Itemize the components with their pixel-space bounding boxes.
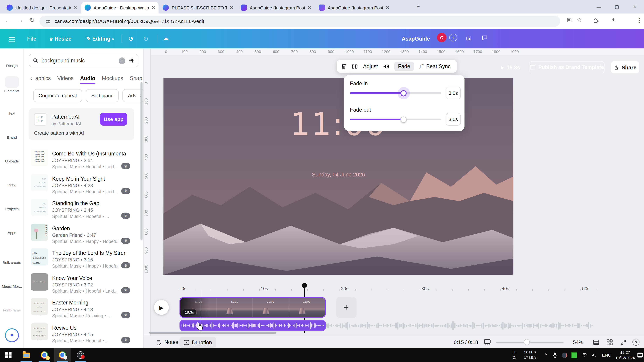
suggestion-chip[interactable]: Corporate upbeat [33, 89, 82, 102]
menu-icon[interactable] [8, 36, 15, 43]
reading-list-icon[interactable] [566, 17, 572, 23]
file-menu[interactable]: File [27, 36, 36, 42]
suggestion-chip[interactable]: Soft piano [86, 89, 119, 102]
forward-icon[interactable]: → [17, 16, 24, 23]
sidebar-item[interactable]: Design [0, 52, 24, 68]
start-button[interactable] [0, 348, 16, 362]
redo-icon[interactable]: ↻ [143, 35, 148, 43]
preview-play-button[interactable]: ▶ 18.3s [498, 61, 523, 73]
duration-button[interactable]: Duration [180, 337, 216, 348]
use-app-button[interactable]: Use app [100, 113, 127, 126]
filters-icon[interactable] [128, 58, 134, 63]
list-item[interactable]: THE GREATEST NAME The Joy of the Lord Is… [24, 247, 144, 272]
editing-mode-dropdown[interactable]: ✎ Editing ˅ [86, 36, 114, 42]
obs-icon[interactable] [72, 348, 89, 362]
insights-icon[interactable] [465, 34, 472, 41]
language-indicator[interactable]: ENG [600, 348, 613, 362]
grid-view-icon[interactable] [606, 340, 613, 345]
add-member-button[interactable]: + [450, 33, 457, 41]
undo-icon[interactable]: ↺ [128, 35, 134, 43]
window-minimize-button[interactable]: — [590, 0, 608, 13]
extensions-icon[interactable] [593, 17, 599, 23]
resize-button[interactable]: ♛ Resize [49, 36, 72, 42]
tray-expand-icon[interactable]: ^ [542, 348, 550, 362]
date-text[interactable]: Sunday, 04 June 2026 [164, 172, 514, 178]
reload-icon[interactable]: ↻ [30, 16, 35, 24]
tabs-scroll-left-icon[interactable]: ‹ [30, 75, 32, 81]
list-item[interactable]: GARDEN Garden Garden Friend • 3:47 Spiri… [24, 222, 144, 247]
video-clip[interactable]: 11:00 11:00 11:00 11:00 18.3s [180, 297, 326, 318]
category-tab[interactable]: Videos [58, 75, 74, 81]
system-clock[interactable]: 12:27 10/12/2024 [614, 350, 636, 361]
sidebar-item[interactable]: Apps [0, 220, 24, 235]
publish-brand-template-button[interactable]: Publish as Brand Template [529, 61, 604, 73]
category-tab[interactable]: Mockups [102, 75, 123, 81]
category-tab[interactable]: aphics [35, 75, 51, 81]
magic-assistant-button[interactable]: ✦ [5, 329, 19, 343]
fade-in-slider[interactable] [350, 92, 441, 94]
zoom-slider-thumb[interactable] [524, 339, 530, 345]
panel-scrollbar[interactable] [140, 82, 142, 240]
new-tab-button[interactable]: + [416, 3, 420, 10]
fullscreen-icon[interactable] [620, 340, 626, 345]
pages-view-icon[interactable] [593, 340, 599, 345]
sidebar-item[interactable]: Magic Mor... [0, 273, 24, 289]
list-item[interactable]: THE GREAT COMISSION Standing in the Gap … [24, 197, 144, 222]
fade-in-slider-thumb[interactable] [400, 90, 406, 96]
fade-out-value[interactable]: 3.0s [446, 113, 461, 126]
timeline-play-button[interactable]: ▶ [154, 300, 169, 315]
sidebar-item[interactable]: FontFrame [0, 297, 24, 312]
sidebar-item[interactable]: Draw [0, 172, 24, 187]
chrome-active-icon[interactable] [54, 348, 71, 362]
speaker-icon[interactable] [590, 348, 598, 362]
tray-app-icon[interactable] [560, 348, 568, 362]
notifications-icon[interactable] [636, 348, 644, 362]
fade-button[interactable]: Fade [394, 61, 414, 71]
browser-tab[interactable]: Untitled design - Presentation ✕ [3, 1, 80, 13]
timeline-toggle-icon[interactable] [484, 339, 491, 346]
fade-in-value[interactable]: 3.0s [446, 86, 461, 99]
add-page-button[interactable]: + [336, 297, 356, 318]
sidebar-item[interactable]: Elements [0, 76, 24, 93]
downloads-icon[interactable] [610, 17, 616, 23]
chrome-icon[interactable] [36, 348, 53, 362]
flip-icon[interactable] [352, 63, 358, 69]
list-item[interactable]: THE GREAT COMISSION Keep Me in Your Sigh… [24, 173, 144, 197]
microphone-icon[interactable] [551, 348, 558, 362]
tab-close-icon[interactable]: ✕ [386, 5, 390, 10]
tab-close-icon[interactable]: ✕ [308, 5, 311, 10]
file-explorer-icon[interactable] [18, 348, 34, 362]
comments-icon[interactable] [482, 34, 488, 41]
volume-icon[interactable] [383, 63, 390, 69]
list-item[interactable]: TO THE MOST HIGH TO THE MOST HIGH TO THE… [24, 322, 144, 347]
sidebar-item[interactable]: Brand [0, 124, 24, 139]
notes-button[interactable]: Notes [156, 336, 178, 348]
sidebar-item[interactable]: Text [0, 100, 24, 116]
browser-tab[interactable]: PLEASE SUBSCRIBE TO THIS CH ✕ [160, 1, 236, 13]
sidebar-item[interactable]: Uploads [0, 148, 24, 163]
tab-close-icon[interactable]: ✕ [152, 5, 156, 10]
sidebar-item[interactable]: Projects [0, 196, 24, 211]
app-promo-card[interactable]: P • P P • P PatternedAI by PatternedAI U… [29, 108, 134, 140]
clear-search-icon[interactable]: ✕ [119, 57, 125, 64]
browser-tab[interactable]: AsapGuide (Instagram Post) (A ✕ [315, 1, 392, 13]
list-item[interactable]: TO THE MOST HIGH TO THE MOST HIGH TO THE… [24, 297, 144, 322]
category-tab[interactable]: Audio [80, 75, 95, 81]
sidebar-item[interactable]: Bulk create [0, 249, 24, 265]
fade-out-slider[interactable] [350, 119, 441, 120]
browser-menu-icon[interactable]: ⋮ [636, 16, 642, 24]
tab-close-icon[interactable]: ✕ [230, 5, 233, 10]
tab-close-icon[interactable]: ✕ [74, 5, 77, 10]
account-avatar[interactable]: C [437, 33, 446, 42]
window-maximize-button[interactable]: ▢ [608, 0, 626, 13]
share-button[interactable]: Share [611, 61, 639, 73]
delete-icon[interactable] [341, 63, 347, 69]
bookmark-star-icon[interactable]: ☆ [576, 16, 582, 23]
back-icon[interactable]: ← [5, 16, 11, 23]
list-item[interactable]: PATHLIGHT Know Your Voice JOYSPRING • 3:… [24, 272, 144, 297]
help-button[interactable]: ? [632, 339, 640, 346]
timeline-scrollbar[interactable] [149, 332, 276, 334]
browser-tab[interactable]: AsapGuide (Instagram Post) - Y ✕ [238, 1, 315, 13]
adjust-button[interactable]: Adjust [363, 63, 378, 69]
wifi-icon[interactable] [580, 348, 588, 362]
